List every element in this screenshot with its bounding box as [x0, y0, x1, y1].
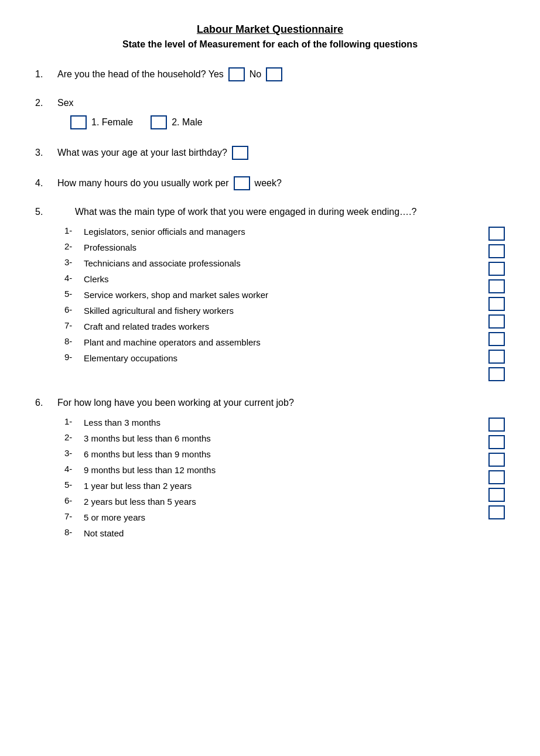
q4-text-before: How many hours do you usually work per	[57, 178, 229, 189]
list-item: 5- 1 year but less than 2 years	[64, 480, 477, 492]
q3-answer-box[interactable]	[232, 146, 248, 160]
list-item: 5- Service workers, shop and market sale…	[64, 289, 477, 301]
q6-cb-4[interactable]	[488, 470, 505, 484]
q3-number: 3.	[35, 148, 53, 158]
work-type-list: 1- Legislators, senior officials and man…	[64, 225, 477, 381]
sex-options: 1. Female 2. Male	[70, 115, 505, 129]
q1-no-checkbox[interactable]	[266, 67, 282, 81]
q1-no-label: No	[250, 69, 261, 80]
duration-section: 1- Less than 3 months 2- 3 months but le…	[64, 416, 505, 543]
q4-text-after: week?	[255, 178, 282, 189]
q6-text: For how long have you been working at yo…	[57, 398, 294, 408]
q4-answer-box[interactable]	[234, 176, 250, 190]
question-5: 5. What was the main type of work that y…	[35, 207, 505, 381]
list-item: 2- Professionals	[64, 241, 477, 254]
q5-text: What was the main type of work that you …	[75, 207, 416, 217]
q5-cb-9[interactable]	[488, 367, 505, 381]
work-type-section: 1- Legislators, senior officials and man…	[64, 225, 505, 381]
male-option: 2. Male	[151, 115, 202, 129]
list-item: 8- Plant and machine operators and assem…	[64, 336, 477, 348]
list-item: 8- Not stated	[64, 527, 477, 539]
list-item: 9- Elementary occupations	[64, 352, 477, 364]
list-item: 6- 2 years but less than 5 years	[64, 495, 477, 508]
q5-cb-4[interactable]	[488, 279, 505, 293]
list-item: 3- 6 months but less than 9 months	[64, 448, 477, 460]
q2-number: 2.	[35, 98, 53, 108]
q5-cb-1[interactable]	[488, 227, 505, 241]
list-item: 4- Clerks	[64, 273, 477, 285]
q5-cb-8[interactable]	[488, 350, 505, 364]
question-6: 6. For how long have you been working at…	[35, 398, 505, 543]
q1-text: Are you the head of the household? Yes	[57, 69, 224, 80]
duration-list: 1- Less than 3 months 2- 3 months but le…	[64, 416, 477, 543]
q5-cb-3[interactable]	[488, 262, 505, 276]
list-item: 4- 9 months but less than 12 months	[64, 464, 477, 476]
question-1: 1. Are you the head of the household? Ye…	[35, 67, 505, 81]
q1-number: 1.	[35, 69, 53, 80]
list-item: 1- Legislators, senior officials and man…	[64, 225, 477, 238]
list-item: 2- 3 months but less than 6 months	[64, 432, 477, 444]
list-item: 3- Technicians and associate professiona…	[64, 257, 477, 269]
q6-cb-2[interactable]	[488, 435, 505, 449]
page-title: Labour Market Questionnaire	[35, 23, 505, 36]
q6-checkboxes	[488, 416, 505, 543]
q5-checkboxes	[488, 225, 505, 381]
male-label: 2. Male	[172, 117, 202, 128]
q5-cb-7[interactable]	[488, 332, 505, 346]
page-subtitle: State the level of Measurement for each …	[35, 39, 505, 50]
male-checkbox[interactable]	[151, 115, 167, 129]
question-3: 3. What was your age at your last birthd…	[35, 146, 505, 160]
q5-cb-6[interactable]	[488, 314, 505, 329]
list-item: 1- Less than 3 months	[64, 416, 477, 429]
female-checkbox[interactable]	[70, 115, 87, 129]
q6-cb-3[interactable]	[488, 453, 505, 467]
list-item: 6- Skilled agricultural and fishery work…	[64, 305, 477, 317]
q2-text: Sex	[57, 98, 74, 108]
q1-yes-checkbox[interactable]	[228, 67, 245, 81]
list-item: 7- Craft and related trades workers	[64, 320, 477, 333]
list-item: 7- 5 or more years	[64, 511, 477, 524]
female-label: 1. Female	[91, 117, 133, 128]
q5-number: 5.	[35, 207, 53, 217]
q6-cb-6[interactable]	[488, 505, 505, 519]
q3-text: What was your age at your last birthday?	[57, 148, 227, 158]
q5-cb-2[interactable]	[488, 244, 505, 258]
q5-cb-5[interactable]	[488, 297, 505, 311]
q4-number: 4.	[35, 178, 53, 189]
question-2: 2. Sex 1. Female 2. Male	[35, 98, 505, 129]
q6-number: 6.	[35, 398, 53, 408]
q6-cb-5[interactable]	[488, 488, 505, 502]
question-4: 4. How many hours do you usually work pe…	[35, 176, 505, 190]
q6-cb-1[interactable]	[488, 418, 505, 432]
female-option: 1. Female	[70, 115, 133, 129]
